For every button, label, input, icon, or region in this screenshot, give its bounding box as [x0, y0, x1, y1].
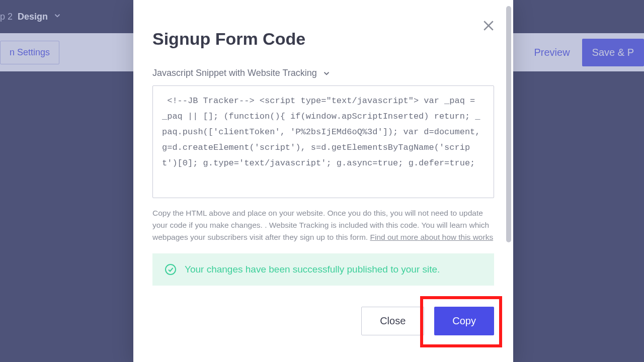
- close-icon[interactable]: [481, 18, 496, 33]
- chevron-down-icon: [322, 69, 331, 78]
- code-snippet-textarea[interactable]: [152, 85, 494, 198]
- success-banner: Your changes have been successfully publ…: [152, 253, 494, 286]
- snippet-dropdown-label: Javascript Snippet with Website Tracking: [152, 68, 317, 78]
- help-learn-more-link[interactable]: Find out more about how this works: [370, 233, 493, 241]
- copy-button[interactable]: Copy: [434, 307, 494, 335]
- close-button-label: Close: [380, 315, 406, 326]
- snippet-type-dropdown[interactable]: Javascript Snippet with Website Tracking: [152, 68, 331, 78]
- signup-form-code-modal: Signup Form Code Javascript Snippet with…: [133, 0, 513, 362]
- check-circle-icon: [165, 263, 177, 276]
- close-button[interactable]: Close: [361, 307, 424, 335]
- help-text: Copy the HTML above and place on your we…: [152, 207, 494, 243]
- modal-title: Signup Form Code: [152, 29, 494, 49]
- copy-button-label: Copy: [452, 315, 476, 326]
- modal-scrollbar-thumb[interactable]: [506, 6, 511, 242]
- modal-scrollbar[interactable]: [506, 6, 511, 257]
- svg-point-2: [166, 264, 176, 275]
- modal-footer: Close Copy: [133, 307, 513, 349]
- success-message: Your changes have been successfully publ…: [185, 264, 440, 275]
